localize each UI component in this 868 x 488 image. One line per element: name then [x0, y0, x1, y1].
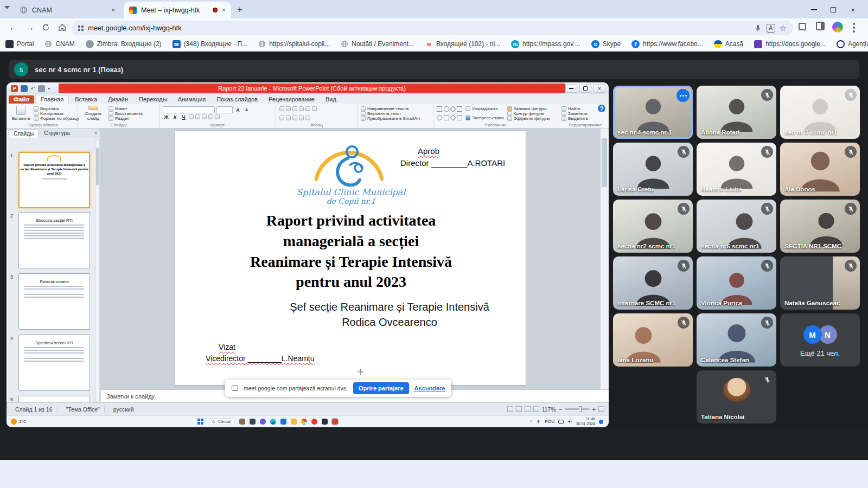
zoom-in-icon[interactable]: +	[592, 406, 596, 413]
participant-tile[interactable]: internare SCMC nr1	[613, 256, 693, 310]
ribbon-tab-view[interactable]: Вид	[321, 95, 341, 104]
window-minimize-button[interactable]	[806, 4, 821, 15]
bookmark-item[interactable]: Acasă	[714, 40, 743, 48]
bold-button[interactable]: Ж	[163, 113, 170, 120]
bookmark-item[interactable]: mhttps://mpass.gov....	[511, 40, 580, 48]
bookmark-item[interactable]: Portal	[5, 40, 34, 48]
voice-search-mic-icon[interactable]	[754, 24, 762, 33]
ribbon-tab-home[interactable]: Главная	[35, 95, 69, 104]
ribbon-tab-animations[interactable]: Анимация	[173, 95, 211, 104]
slideshow-icon[interactable]	[38, 85, 45, 92]
stop-sharing-button[interactable]: Oprire partajare	[353, 382, 409, 394]
back-icon[interactable]: ←	[7, 21, 21, 35]
select-button[interactable]: Выделить	[561, 116, 588, 121]
view-slideshow-icon[interactable]	[533, 406, 539, 412]
tray-expand-icon[interactable]: ^	[530, 419, 532, 424]
bookmark-item[interactable]: Zimbra: Входящие (2)	[86, 40, 162, 48]
profile-avatar[interactable]	[832, 22, 843, 33]
taskbar-powerpoint-icon[interactable]	[332, 419, 338, 425]
participant-tile[interactable]: Iana Lozanu	[613, 313, 693, 367]
taskbar-app-icon[interactable]	[239, 419, 245, 425]
browser-menu-icon[interactable]	[853, 23, 855, 33]
panel-close-icon[interactable]: ×	[92, 130, 99, 138]
find-button[interactable]: Найти	[561, 106, 588, 111]
bookmark-item[interactable]: Agenția Națională p...	[837, 40, 868, 48]
home-icon[interactable]	[58, 23, 67, 32]
bookmark-item[interactable]: Noutăți / Eveniment...	[341, 40, 414, 48]
tray-display-icon[interactable]	[558, 420, 564, 424]
site-info-icon[interactable]	[78, 25, 84, 31]
side-panel-icon[interactable]	[816, 22, 825, 30]
new-tab-button[interactable]: +	[234, 4, 245, 15]
participant-tile[interactable]: Tatiana Nicolai	[697, 370, 776, 423]
start-icon[interactable]	[197, 419, 203, 425]
slide-thumbnail-1[interactable]: Raport privind activitatea managerială a…	[18, 152, 90, 208]
bookmark-item[interactable]: fhttps://www.facebo...	[631, 40, 703, 48]
participant-tile[interactable]: sectia nr2 scmc nr1	[613, 200, 693, 253]
taskbar-folder-icon[interactable]	[291, 419, 297, 425]
view-reading-icon[interactable]	[525, 406, 531, 412]
bookmark-item[interactable]: https://spitalul-copii...	[258, 40, 330, 48]
panel-tab-slides[interactable]: Слайды	[9, 130, 39, 138]
participant-tile[interactable]: Aliona Rotari	[697, 86, 776, 139]
participant-tile[interactable]: Neamțu Liuba	[697, 143, 776, 196]
replace-button[interactable]: Заменить	[561, 111, 588, 116]
slide-page[interactable]: Spitalul Clinic Municipal de Copii nr.1 …	[175, 131, 526, 386]
participant-tile[interactable]: SECTIA NR1 SCMC	[780, 200, 860, 253]
bookmark-item[interactable]: SSkype	[591, 40, 621, 48]
participant-tile[interactable]: sec nr 3 scmc nr1	[780, 86, 860, 139]
shrink-font-button[interactable]: A	[243, 106, 250, 113]
tray-clock[interactable]: 11:46 30.01.2024	[576, 417, 595, 427]
taskbar-app-icon[interactable]	[322, 419, 328, 425]
ppt-close-button[interactable]: ×	[593, 84, 605, 93]
tray-notification-icon[interactable]	[599, 420, 603, 424]
ribbon-tab-review[interactable]: Рецензирование	[264, 95, 320, 104]
bookmark-star-icon[interactable]: ☆	[780, 23, 787, 33]
ribbon-tab-design[interactable]: Дизайн	[103, 95, 133, 104]
underline-button[interactable]: Ч	[180, 113, 187, 120]
section-button[interactable]: Раздел	[108, 116, 143, 121]
address-bar[interactable]: meet.google.com/ixj-hwgq-htk A ☆	[72, 21, 793, 35]
window-restore-button[interactable]	[826, 4, 841, 15]
taskbar-app-icon[interactable]	[311, 419, 317, 425]
layout-button[interactable]: Макет	[108, 106, 143, 111]
slide-scrollbar[interactable]	[600, 129, 609, 389]
participant-tile[interactable]: sectia nr5 scmc nr1	[697, 200, 776, 253]
taskbar-mail-icon[interactable]	[280, 419, 286, 425]
taskbar-chrome-icon[interactable]	[301, 419, 307, 425]
grow-font-button[interactable]: A	[234, 106, 241, 113]
format-painter-button[interactable]: Формат по образцу	[34, 116, 79, 121]
browser-tab-meet[interactable]: Meet – ixj-hwgq-htk ×	[124, 2, 231, 18]
shared-screen-tile[interactable]: P ↶ ▾ Raport 23 ianuarie - Microsoft Pow…	[7, 82, 609, 427]
reset-button[interactable]: Восстановить	[108, 111, 143, 116]
tray-language[interactable]: ROU	[545, 419, 554, 424]
qat-dropdown-icon[interactable]: ▾	[48, 86, 50, 91]
extensions-icon[interactable]	[799, 23, 806, 30]
panel-scrollbar[interactable]	[95, 139, 100, 401]
participant-tile[interactable]: Viorica Purice	[697, 256, 776, 310]
shape-effects-button[interactable]: Эффекты фигуры	[507, 116, 550, 121]
cut-button[interactable]: Вырезать	[34, 106, 79, 111]
participant-tile[interactable]: sec nr 4 scmc nr 1	[613, 86, 693, 139]
reload-icon[interactable]	[41, 23, 50, 32]
participant-tile[interactable]: Larisa Cretu	[613, 143, 693, 196]
weather-icon[interactable]	[11, 419, 17, 425]
browser-tab-cnam[interactable]: CNAM ×	[14, 2, 120, 18]
slide-thumbnail-2[interactable]: Structura secției RTI	[18, 212, 90, 268]
save-icon[interactable]	[21, 85, 28, 92]
ribbon-tab-transitions[interactable]: Переходы	[134, 95, 172, 104]
smartart-button[interactable]: Преобразовать в SmartArt	[361, 116, 420, 121]
participant-tile[interactable]: Natalia Ganusceac	[780, 256, 860, 310]
search-pill[interactable]: Căutați	[208, 418, 235, 425]
tray-speaker-icon[interactable]	[567, 419, 572, 424]
slide-thumbnail-4[interactable]: Specificul secției RTI	[18, 335, 90, 391]
arrange-button[interactable]: Упорядочить	[465, 106, 504, 111]
fit-to-window-icon[interactable]	[598, 406, 604, 412]
slide-thumbnail-5[interactable]: Dotarea tehnică	[18, 396, 90, 402]
bookmark-item[interactable]: https://docs.google...	[754, 40, 826, 48]
tray-mic-icon[interactable]	[536, 419, 541, 424]
new-slide-button[interactable]: Создать слайд	[81, 106, 105, 121]
bookmark-item[interactable]: MВходящие (102) - ni...	[425, 40, 500, 48]
taskbar-edge-icon[interactable]	[270, 419, 276, 425]
forward-icon[interactable]: →	[23, 21, 37, 35]
